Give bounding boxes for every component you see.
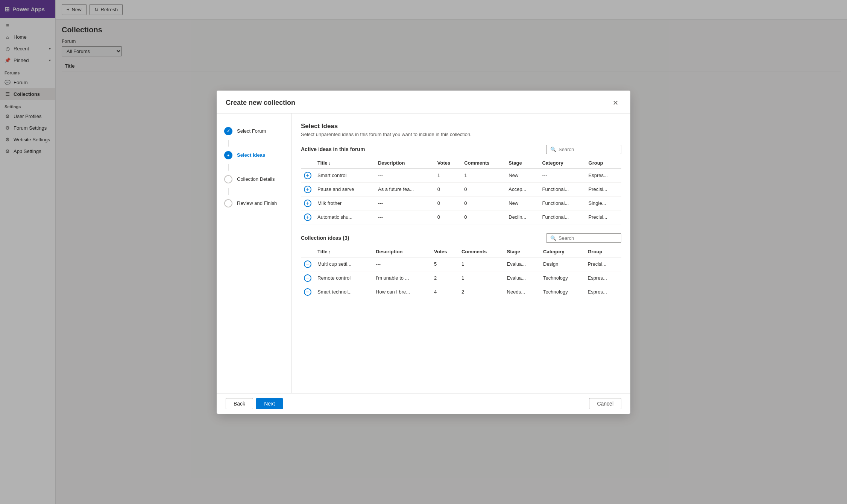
collection-group-cell: Precisi... <box>584 257 621 271</box>
cancel-button[interactable]: Cancel <box>589 398 621 409</box>
step-circle-1: ✓ <box>224 127 232 135</box>
remove-idea-button[interactable]: − <box>304 260 311 268</box>
col-collection-votes[interactable]: Votes <box>431 247 458 257</box>
collection-title-cell: Remote control <box>314 271 373 285</box>
collection-category-cell: Design <box>540 257 584 271</box>
active-desc-cell: --- <box>375 196 434 210</box>
pane-title: Select Ideas <box>301 123 621 130</box>
collection-title-cell: Smart technol... <box>314 285 373 299</box>
add-idea-button[interactable]: + <box>304 200 311 207</box>
collection-stage-cell: Evalua... <box>504 271 540 285</box>
active-idea-row: + Pause and serve As a future fea... 0 0… <box>301 182 621 196</box>
active-stage-cell: New <box>505 196 539 210</box>
collection-stage-cell: Evalua... <box>504 257 540 271</box>
collection-votes-cell: 4 <box>431 285 458 299</box>
step-select-forum[interactable]: ✓ Select Forum <box>217 123 291 140</box>
modal-close-button[interactable]: ✕ <box>610 97 621 109</box>
col-active-title[interactable]: Title <box>314 158 375 168</box>
collection-ideas-search-input[interactable] <box>559 235 617 241</box>
col-collection-group[interactable]: Group <box>584 247 621 257</box>
step-review-finish[interactable]: Review and Finish <box>217 195 291 212</box>
step-collection-details[interactable]: Collection Details <box>217 171 291 188</box>
step-connector-3 <box>228 188 229 195</box>
search-icon-active: 🔍 <box>550 147 556 152</box>
collection-title-cell: Multi cup setti... <box>314 257 373 271</box>
active-title-cell: Automatic shu... <box>314 210 375 224</box>
col-collection-stage[interactable]: Stage <box>504 247 540 257</box>
collection-stage-cell: Needs... <box>504 285 540 299</box>
active-comments-cell: 0 <box>461 196 505 210</box>
active-comments-cell: 1 <box>461 168 505 183</box>
active-ideas-table: Title Description Votes Comments Stage C… <box>301 158 621 224</box>
col-collection-title[interactable]: Title <box>314 247 373 257</box>
active-votes-cell: 0 <box>434 196 461 210</box>
collection-desc-cell: I'm unable to ... <box>373 271 431 285</box>
remove-btn-cell: − <box>301 257 314 271</box>
active-ideas-section: Active ideas in this forum 🔍 Title Descr… <box>301 145 621 224</box>
step-circle-2: ● <box>224 151 232 159</box>
add-idea-button[interactable]: + <box>304 213 311 221</box>
add-btn-cell: + <box>301 182 314 196</box>
remove-idea-button[interactable]: − <box>304 274 311 282</box>
active-ideas-title: Active ideas in this forum <box>301 146 365 152</box>
search-icon-collection: 🔍 <box>550 235 556 241</box>
step-label-3: Collection Details <box>237 176 275 182</box>
modal-footer: Back Next Cancel <box>217 393 630 414</box>
active-title-cell: Milk frother <box>314 196 375 210</box>
active-category-cell: --- <box>539 168 586 183</box>
collection-comments-cell: 1 <box>458 257 504 271</box>
active-desc-cell: As a future fea... <box>375 182 434 196</box>
modal-content-pane: Select Ideas Select unparented ideas in … <box>292 114 630 393</box>
active-ideas-search-box[interactable]: 🔍 <box>546 145 621 154</box>
collection-idea-row: − Multi cup setti... --- 5 1 Evalua... D… <box>301 257 621 271</box>
pane-subtitle: Select unparented ideas in this forum th… <box>301 132 621 137</box>
remove-btn-cell: − <box>301 271 314 285</box>
collection-comments-cell: 2 <box>458 285 504 299</box>
active-title-cell: Pause and serve <box>314 182 375 196</box>
remove-idea-button[interactable]: − <box>304 288 311 296</box>
active-comments-cell: 0 <box>461 182 505 196</box>
active-category-cell: Functional... <box>539 182 586 196</box>
active-desc-cell: --- <box>375 168 434 183</box>
active-votes-cell: 1 <box>434 168 461 183</box>
col-active-group[interactable]: Group <box>586 158 621 168</box>
collection-category-cell: Technology <box>540 285 584 299</box>
active-idea-row: + Automatic shu... --- 0 0 Declin... Fun… <box>301 210 621 224</box>
col-active-votes[interactable]: Votes <box>434 158 461 168</box>
collection-ideas-search-box[interactable]: 🔍 <box>546 233 621 243</box>
modal-overlay: Create new collection ✕ ✓ Select Forum ●… <box>0 0 847 504</box>
col-active-comments[interactable]: Comments <box>461 158 505 168</box>
collection-idea-row: − Smart technol... How can I bre... 4 2 … <box>301 285 621 299</box>
back-button[interactable]: Back <box>226 398 253 409</box>
col-active-category[interactable]: Category <box>539 158 586 168</box>
collection-idea-row: − Remote control I'm unable to ... 2 1 E… <box>301 271 621 285</box>
active-votes-cell: 0 <box>434 210 461 224</box>
modal-header: Create new collection ✕ <box>217 91 630 114</box>
col-active-description[interactable]: Description <box>375 158 434 168</box>
step-select-ideas[interactable]: ● Select Ideas <box>217 147 291 164</box>
active-group-cell: Espres... <box>586 168 621 183</box>
col-collection-description[interactable]: Description <box>373 247 431 257</box>
add-idea-button[interactable]: + <box>304 186 311 193</box>
active-ideas-search-input[interactable] <box>559 147 617 152</box>
col-collection-comments[interactable]: Comments <box>458 247 504 257</box>
step-connector-2 <box>228 164 229 171</box>
next-button[interactable]: Next <box>256 398 283 409</box>
col-remove-btn-header <box>301 247 314 257</box>
add-idea-button[interactable]: + <box>304 172 311 179</box>
col-add-btn-header <box>301 158 314 168</box>
remove-btn-cell: − <box>301 285 314 299</box>
active-group-cell: Precisi... <box>586 182 621 196</box>
collection-ideas-table: Title Description Votes Comments Stage C… <box>301 247 621 299</box>
add-btn-cell: + <box>301 210 314 224</box>
step-connector-1 <box>228 140 229 147</box>
collection-votes-cell: 5 <box>431 257 458 271</box>
modal-title: Create new collection <box>226 99 295 107</box>
active-ideas-header: Active ideas in this forum 🔍 <box>301 145 621 154</box>
col-collection-category[interactable]: Category <box>540 247 584 257</box>
active-title-cell: Smart control <box>314 168 375 183</box>
active-stage-cell: Declin... <box>505 210 539 224</box>
collection-ideas-section: Collection ideas (3) 🔍 Title Description <box>301 233 621 299</box>
collection-group-cell: Espres... <box>584 285 621 299</box>
col-active-stage[interactable]: Stage <box>505 158 539 168</box>
